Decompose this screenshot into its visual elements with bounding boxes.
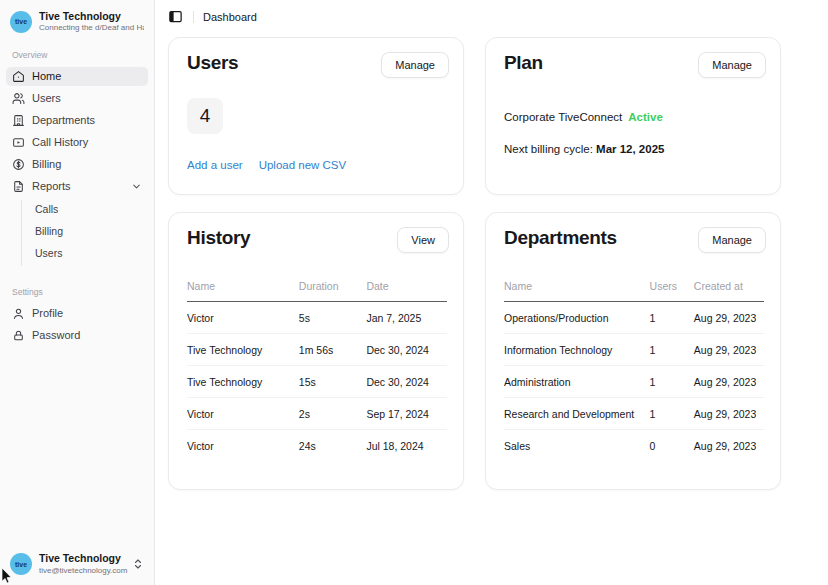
sidebar-item-call-history[interactable]: Call History: [6, 133, 148, 152]
column-header: Created at: [694, 280, 764, 302]
department-name: Sales: [504, 430, 650, 462]
history-duration: 1m 56s: [299, 334, 367, 366]
file-text-icon: [12, 180, 25, 193]
column-header: Date: [366, 280, 447, 302]
sidebar-item-label: Home: [32, 70, 61, 82]
sidebar-item-label: Billing: [32, 158, 61, 170]
tive-logo: tive: [10, 553, 32, 575]
sidebar-item-label: Departments: [32, 114, 95, 126]
manage-plan-button[interactable]: Manage: [698, 52, 766, 78]
table-row[interactable]: Operations/Production 1 Aug 29, 2023: [504, 302, 764, 334]
departments-table: Name Users Created at Operations/Product…: [504, 280, 764, 461]
table-row[interactable]: Victor 5s Jan 7, 2025: [187, 302, 447, 334]
history-name: Victor: [187, 302, 299, 334]
department-name: Administration: [504, 366, 650, 398]
plan-name-line: Corporate TiveConnectActive: [504, 111, 780, 123]
sidebar: tive Tive Technology Connecting the d/De…: [0, 0, 155, 585]
department-name: Information Technology: [504, 334, 650, 366]
history-name: Victor: [187, 398, 299, 430]
account-info: Tive Technology tive@tivetechnology.com: [39, 552, 125, 576]
user-count: 4: [187, 98, 223, 134]
manage-users-button[interactable]: Manage: [381, 52, 449, 78]
department-created: Aug 29, 2023: [694, 334, 764, 366]
table-row[interactable]: Sales 0 Aug 29, 2023: [504, 430, 764, 462]
table-row[interactable]: Victor 2s Sep 17, 2024: [187, 398, 447, 430]
departments-card: Departments Manage Name Users Created at: [485, 212, 781, 490]
brand-tagline: Connecting the d/Deaf and Hard...: [39, 23, 144, 33]
account-switcher[interactable]: tive Tive Technology tive@tivetechnology…: [0, 544, 154, 585]
department-users: 1: [650, 366, 694, 398]
submenu-item-billing[interactable]: Billing: [22, 222, 148, 240]
table-row[interactable]: Information Technology 1 Aug 29, 2023: [504, 334, 764, 366]
plan-name: Corporate TiveConnect: [504, 111, 622, 123]
sidebar-item-label: Users: [32, 92, 61, 104]
video-icon: [12, 136, 25, 149]
user-icon: [12, 307, 25, 320]
sidebar-item-departments[interactable]: Departments: [6, 111, 148, 130]
history-table: Name Duration Date Victor 5s Jan 7, 2025…: [187, 280, 447, 461]
main-area: Dashboard Users Manage 4 Add a user Uplo…: [155, 0, 828, 585]
users-icon: [12, 92, 25, 105]
breadcrumb: Dashboard: [203, 11, 257, 23]
sidebar-toggle-button[interactable]: [164, 6, 186, 28]
submenu-item-calls[interactable]: Calls: [22, 200, 148, 218]
panel-left-icon: [168, 9, 183, 24]
history-name: Tive Technology: [187, 366, 299, 398]
sidebar-item-home[interactable]: Home: [6, 67, 148, 86]
department-created: Aug 29, 2023: [694, 430, 764, 462]
sidebar-item-password[interactable]: Password: [6, 326, 148, 345]
department-created: Aug 29, 2023: [694, 366, 764, 398]
app-window: tive Tive Technology Connecting the d/De…: [0, 0, 828, 585]
manage-departments-button[interactable]: Manage: [698, 227, 766, 253]
sidebar-item-label: Password: [32, 329, 80, 341]
billing-cycle-date: Mar 12, 2025: [596, 143, 664, 155]
sidebar-item-reports[interactable]: Reports: [6, 177, 148, 196]
topbar-divider: [193, 11, 194, 23]
table-row[interactable]: Victor 24s Jul 18, 2024: [187, 430, 447, 462]
departments-card-title: Departments: [504, 227, 617, 250]
plan-card-title: Plan: [504, 52, 543, 75]
building-icon: [12, 114, 25, 127]
history-card-title: History: [187, 227, 250, 250]
history-duration: 5s: [299, 302, 367, 334]
dollar-circle-icon: [12, 158, 25, 171]
department-created: Aug 29, 2023: [694, 398, 764, 430]
table-header-row: Name Users Created at: [504, 280, 764, 302]
tive-logo: tive: [10, 11, 32, 33]
table-row[interactable]: Research and Development 1 Aug 29, 2023: [504, 398, 764, 430]
home-icon: [12, 70, 25, 83]
chevron-down-icon[interactable]: [131, 181, 142, 192]
status-badge: Active: [628, 111, 663, 123]
department-created: Aug 29, 2023: [694, 302, 764, 334]
history-date: Dec 30, 2024: [366, 366, 447, 398]
department-users: 0: [650, 430, 694, 462]
view-history-button[interactable]: View: [397, 227, 449, 253]
department-users: 1: [650, 302, 694, 334]
lock-icon: [12, 329, 25, 342]
sidebar-item-billing[interactable]: Billing: [6, 155, 148, 174]
sidebar-item-label: Call History: [32, 136, 88, 148]
add-user-link[interactable]: Add a user: [187, 159, 243, 171]
history-date: Jan 7, 2025: [366, 302, 447, 334]
sidebar-item-label: Reports: [32, 180, 124, 192]
table-row[interactable]: Tive Technology 15s Dec 30, 2024: [187, 366, 447, 398]
department-users: 1: [650, 398, 694, 430]
upload-csv-link[interactable]: Upload new CSV: [259, 159, 347, 171]
history-name: Victor: [187, 430, 299, 462]
brand-name: Tive Technology: [39, 10, 144, 23]
chevrons-up-down-icon: [132, 558, 144, 570]
brand: tive Tive Technology Connecting the d/De…: [0, 10, 154, 34]
account-email: tive@tivetechnology.com: [39, 566, 125, 576]
table-row[interactable]: Tive Technology 1m 56s Dec 30, 2024: [187, 334, 447, 366]
department-name: Research and Development: [504, 398, 650, 430]
billing-cycle-label: Next billing cycle:: [504, 143, 596, 155]
submenu-item-users[interactable]: Users: [22, 244, 148, 262]
sidebar-nav: Home Users Departments Call History: [0, 67, 154, 348]
history-card: History View Name Duration Date V: [168, 212, 464, 490]
users-card: Users Manage 4 Add a user Upload new CSV: [168, 37, 464, 195]
sidebar-item-users[interactable]: Users: [6, 89, 148, 108]
history-date: Sep 17, 2024: [366, 398, 447, 430]
table-row[interactable]: Administration 1 Aug 29, 2023: [504, 366, 764, 398]
history-date: Dec 30, 2024: [366, 334, 447, 366]
sidebar-item-profile[interactable]: Profile: [6, 304, 148, 323]
